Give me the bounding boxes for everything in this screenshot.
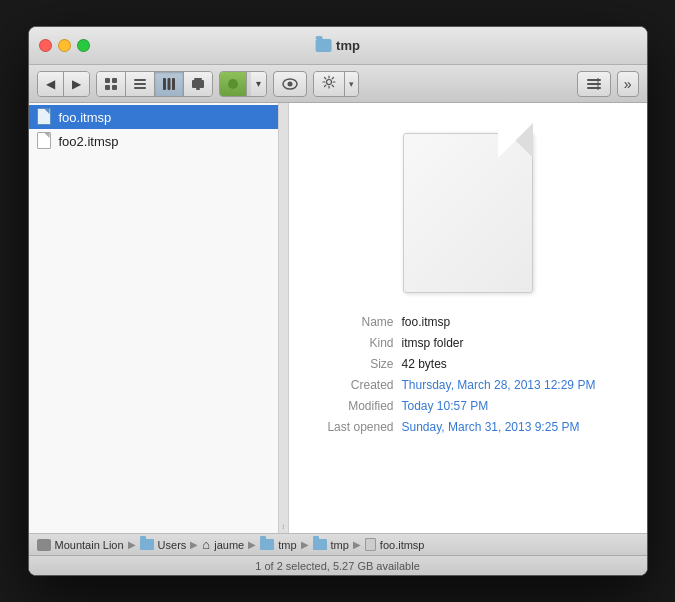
eye-button[interactable] (273, 71, 307, 97)
modified-value: Today 10:57 PM (402, 397, 489, 415)
toolbar: ◀ ▶ (29, 65, 647, 103)
file-preview-icon (398, 123, 538, 293)
icon-grid-icon (104, 77, 118, 91)
svg-rect-1 (112, 78, 117, 83)
svg-point-14 (287, 81, 292, 86)
view-cover-button[interactable] (184, 72, 212, 96)
svg-rect-8 (167, 78, 170, 90)
svg-rect-9 (172, 78, 175, 90)
breadcrumb-tmp-2[interactable]: tmp (313, 539, 349, 551)
back-button[interactable]: ◀ (38, 72, 64, 96)
info-row-size: Size 42 bytes (309, 355, 627, 373)
breadcrumb-label-foo: foo.itmsp (380, 539, 425, 551)
svg-rect-4 (134, 79, 146, 81)
svg-rect-12 (196, 88, 200, 90)
statusbar: Mountain Lion ▶ Users ▶ ⌂ jaume ▶ tmp ▶ … (29, 533, 647, 555)
name-label: Name (309, 313, 394, 331)
breadcrumb-label-tmp2: tmp (331, 539, 349, 551)
close-button[interactable] (39, 39, 52, 52)
breadcrumb-sep-1: ▶ (128, 539, 136, 550)
resize-dots: · · · (278, 524, 289, 528)
kind-value: itmsp folder (402, 334, 464, 352)
breadcrumb-sep-5: ▶ (353, 539, 361, 550)
file-list[interactable]: foo.itmsp foo2.itmsp (29, 103, 279, 533)
finder-window: tmp ◀ ▶ (28, 26, 648, 576)
gear-button[interactable] (314, 72, 345, 96)
maximize-button[interactable] (77, 39, 90, 52)
title-folder-icon (315, 39, 331, 52)
doc-bc-icon (365, 538, 376, 551)
file-name-2: foo2.itmsp (59, 134, 119, 149)
size-value: 42 bytes (402, 355, 447, 373)
svg-rect-18 (587, 87, 601, 89)
info-row-created: Created Thursday, March 28, 2013 12:29 P… (309, 376, 627, 394)
view-group (96, 71, 213, 97)
breadcrumb-label-users: Users (158, 539, 187, 551)
file-icon-foo (37, 108, 53, 126)
breadcrumb-label-mountain-lion: Mountain Lion (55, 539, 124, 551)
view-list-button[interactable] (126, 72, 155, 96)
nav-group: ◀ ▶ (37, 71, 90, 97)
preview-corner (498, 123, 533, 158)
titlebar: tmp (29, 27, 647, 65)
breadcrumb-mountain-lion[interactable]: Mountain Lion (37, 539, 124, 551)
svg-rect-6 (134, 87, 146, 89)
breadcrumb-sep-3: ▶ (248, 539, 256, 550)
main-content: foo.itmsp foo2.itmsp · · · Name foo (29, 103, 647, 533)
breadcrumb-jaume[interactable]: ⌂ jaume (202, 537, 244, 552)
svg-rect-11 (194, 78, 202, 80)
svg-rect-10 (192, 80, 204, 88)
toolbar-expand-button[interactable]: » (617, 71, 639, 97)
breadcrumb-sep-2: ▶ (190, 539, 198, 550)
last-opened-value: Sunday, March 31, 2013 9:25 PM (402, 418, 580, 436)
quick-look-dot (228, 79, 238, 89)
traffic-lights (39, 39, 90, 52)
modified-label: Modified (309, 397, 394, 415)
forward-button[interactable]: ▶ (64, 72, 89, 96)
svg-rect-0 (105, 78, 110, 83)
breadcrumb-users[interactable]: Users (140, 539, 187, 551)
created-label: Created (309, 376, 394, 394)
status-text: 1 of 2 selected, 5.27 GB available (29, 560, 647, 572)
doc-icon (37, 108, 51, 125)
info-row-kind: Kind itmsp folder (309, 334, 627, 352)
svg-rect-17 (587, 83, 601, 85)
action-gear-group: ▾ (313, 71, 359, 97)
view-column-button[interactable] (155, 72, 184, 96)
doc-icon-2 (37, 132, 51, 149)
view-icon-button[interactable] (97, 72, 126, 96)
column-icon (162, 77, 176, 91)
created-value: Thursday, March 28, 2013 12:29 PM (402, 376, 596, 394)
breadcrumb-foo-itmsp[interactable]: foo.itmsp (365, 538, 425, 551)
size-label: Size (309, 355, 394, 373)
file-item-foo-itmsp[interactable]: foo.itmsp (29, 105, 278, 129)
breadcrumb-label-jaume: jaume (214, 539, 244, 551)
folder-icon-users (140, 539, 154, 550)
hd-icon (37, 539, 51, 551)
list-icon (133, 77, 147, 91)
svg-rect-3 (112, 85, 117, 90)
minimize-button[interactable] (58, 39, 71, 52)
info-row-modified: Modified Today 10:57 PM (309, 397, 627, 415)
breadcrumb-label-tmp1: tmp (278, 539, 296, 551)
eye-icon (282, 78, 298, 90)
file-icon-foo2 (37, 132, 53, 150)
file-info: Name foo.itmsp Kind itmsp folder Size 42… (289, 313, 647, 439)
window-title: tmp (315, 38, 360, 53)
home-icon: ⌂ (202, 537, 210, 552)
arrange-button[interactable] (577, 71, 611, 97)
breadcrumb-tmp-1[interactable]: tmp (260, 539, 296, 551)
gear-dropdown[interactable]: ▾ (345, 72, 358, 96)
name-value: foo.itmsp (402, 313, 451, 331)
svg-rect-16 (587, 79, 601, 81)
info-row-last-opened: Last opened Sunday, March 31, 2013 9:25 … (309, 418, 627, 436)
quick-look-dropdown[interactable]: ▾ (251, 72, 266, 96)
bottom-status: 1 of 2 selected, 5.27 GB available (29, 555, 647, 575)
svg-rect-5 (134, 83, 146, 85)
file-name: foo.itmsp (59, 110, 112, 125)
file-item-foo2-itmsp[interactable]: foo2.itmsp (29, 129, 278, 153)
quick-look-button[interactable] (220, 72, 247, 96)
resize-handle[interactable]: · · · (279, 103, 289, 533)
preview-panel: Name foo.itmsp Kind itmsp folder Size 42… (289, 103, 647, 533)
cover-icon (191, 77, 205, 91)
